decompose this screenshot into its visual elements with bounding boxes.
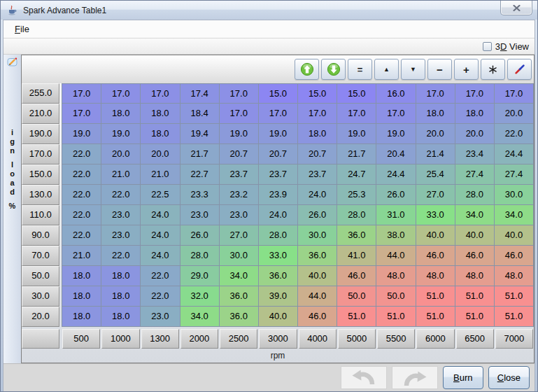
- x-axis-tick[interactable]: 1000: [101, 329, 139, 349]
- table-cell[interactable]: 20.7: [259, 144, 298, 164]
- table-cell[interactable]: 17.0: [141, 83, 180, 104]
- table-cell[interactable]: 20.0: [141, 144, 180, 164]
- x-axis-tick[interactable]: 1300: [141, 329, 179, 349]
- table-cell[interactable]: 17.0: [62, 83, 101, 104]
- table-cell[interactable]: 23.9: [259, 185, 298, 205]
- toolbar-subtract-button[interactable]: −: [427, 59, 452, 80]
- table-cell[interactable]: 17.0: [376, 104, 416, 124]
- table-cell[interactable]: 46.0: [455, 246, 495, 266]
- y-axis-tick[interactable]: 255.0: [22, 83, 59, 104]
- table-cell[interactable]: 25.4: [416, 164, 455, 185]
- table-cell[interactable]: 30.0: [495, 185, 534, 205]
- table-cell[interactable]: 17.4: [180, 83, 220, 104]
- table-cell[interactable]: 19.4: [180, 124, 220, 144]
- y-axis-tick[interactable]: 170.0: [22, 144, 59, 164]
- table-cell[interactable]: 30.0: [298, 225, 337, 246]
- table-cell[interactable]: 15.0: [337, 83, 376, 104]
- close-button[interactable]: Close: [488, 366, 530, 389]
- table-cell[interactable]: 51.0: [416, 286, 455, 307]
- x-axis-tick[interactable]: 6500: [456, 329, 494, 349]
- table-cell[interactable]: 51.0: [455, 286, 495, 307]
- toolbar-add-button[interactable]: +: [454, 59, 479, 80]
- table-cell[interactable]: 48.0: [495, 266, 534, 286]
- table-cell[interactable]: 24.4: [495, 144, 534, 164]
- table-cell[interactable]: 21.4: [416, 144, 455, 164]
- table-cell[interactable]: 20.0: [101, 144, 141, 164]
- burn-button[interactable]: Burn: [443, 366, 483, 389]
- x-axis-tick[interactable]: 500: [62, 329, 100, 349]
- table-cell[interactable]: 15.0: [298, 83, 337, 104]
- table-cell[interactable]: 28.0: [259, 225, 298, 246]
- table-cell[interactable]: 48.0: [455, 266, 495, 286]
- table-cell[interactable]: 36.0: [298, 246, 337, 266]
- table-cell[interactable]: 22.7: [180, 164, 220, 185]
- table-cell[interactable]: 25.3: [337, 185, 376, 205]
- y-axis-tick[interactable]: 150.0: [22, 164, 59, 185]
- table-cell[interactable]: 18.0: [141, 104, 180, 124]
- table-cell[interactable]: 18.0: [455, 104, 495, 124]
- table-cell[interactable]: 22.0: [495, 124, 534, 144]
- table-cell[interactable]: 20.0: [495, 104, 534, 124]
- table-cell[interactable]: 18.0: [298, 124, 337, 144]
- table-cell[interactable]: 18.0: [62, 286, 101, 307]
- table-cell[interactable]: 21.7: [337, 144, 376, 164]
- table-cell[interactable]: 23.4: [455, 144, 495, 164]
- table-cell[interactable]: 17.0: [495, 83, 534, 104]
- table-cell[interactable]: 20.0: [416, 124, 455, 144]
- table-cell[interactable]: 22.0: [141, 266, 180, 286]
- table-cell[interactable]: 18.0: [101, 307, 141, 327]
- table-cell[interactable]: 30.0: [220, 246, 259, 266]
- table-cell[interactable]: 22.0: [62, 185, 101, 205]
- table-cell[interactable]: 18.0: [62, 266, 101, 286]
- table-cell[interactable]: 17.0: [259, 104, 298, 124]
- table-cell[interactable]: 24.0: [141, 246, 180, 266]
- table-cell[interactable]: 36.0: [220, 307, 259, 327]
- table-cell[interactable]: 18.0: [101, 266, 141, 286]
- y-axis-tick[interactable]: 190.0: [22, 124, 59, 144]
- table-cell[interactable]: 34.0: [220, 266, 259, 286]
- table-cell[interactable]: 22.0: [62, 164, 101, 185]
- table-cell[interactable]: 24.0: [141, 205, 180, 225]
- undo-button[interactable]: [341, 366, 387, 389]
- x-axis-tick[interactable]: 7000: [495, 329, 533, 349]
- table-cell[interactable]: 18.0: [101, 104, 141, 124]
- table-cell[interactable]: 23.2: [220, 185, 259, 205]
- table-cell[interactable]: 46.0: [416, 246, 455, 266]
- table-cell[interactable]: 26.0: [376, 185, 416, 205]
- toolbar-shift-down-button[interactable]: [321, 59, 346, 80]
- table-cell[interactable]: 18.0: [416, 104, 455, 124]
- table-cell[interactable]: 46.0: [495, 246, 534, 266]
- x-axis-tick[interactable]: 5000: [338, 329, 376, 349]
- y-axis-tick[interactable]: 50.0: [22, 266, 59, 286]
- toolbar-increase-button[interactable]: ▲: [374, 59, 399, 80]
- table-cell[interactable]: 28.0: [337, 205, 376, 225]
- table-cell[interactable]: 41.0: [337, 246, 376, 266]
- table-cell[interactable]: 23.0: [101, 205, 141, 225]
- table-cell[interactable]: 27.4: [455, 164, 495, 185]
- table-cell[interactable]: 23.7: [298, 164, 337, 185]
- table-cell[interactable]: 22.5: [141, 185, 180, 205]
- table-cell[interactable]: 16.0: [376, 83, 416, 104]
- table-cell[interactable]: 19.0: [259, 124, 298, 144]
- table-cell[interactable]: 34.0: [495, 205, 534, 225]
- toolbar-multiply-button[interactable]: [481, 59, 505, 80]
- table-cell[interactable]: 51.0: [376, 307, 416, 327]
- table-cell[interactable]: 27.4: [495, 164, 534, 185]
- table-cell[interactable]: 19.0: [337, 124, 376, 144]
- table-cell[interactable]: 46.0: [298, 307, 337, 327]
- table-cell[interactable]: 22.0: [62, 205, 101, 225]
- table-cell[interactable]: 46.0: [337, 266, 376, 286]
- table-cell[interactable]: 23.7: [259, 164, 298, 185]
- table-cell[interactable]: 44.0: [376, 246, 416, 266]
- table-cell[interactable]: 23.7: [220, 164, 259, 185]
- y-axis-tick[interactable]: 70.0: [22, 246, 59, 266]
- y-axis-tick[interactable]: 90.0: [22, 225, 59, 246]
- table-cell[interactable]: 23.0: [141, 307, 180, 327]
- table-cell[interactable]: 22.0: [62, 144, 101, 164]
- table-cell[interactable]: 17.0: [101, 83, 141, 104]
- table-cell[interactable]: 40.0: [298, 266, 337, 286]
- table-cell[interactable]: 17.0: [220, 104, 259, 124]
- table-cell[interactable]: 18.0: [62, 307, 101, 327]
- table-cell[interactable]: 19.0: [220, 124, 259, 144]
- table-cell[interactable]: 15.0: [259, 83, 298, 104]
